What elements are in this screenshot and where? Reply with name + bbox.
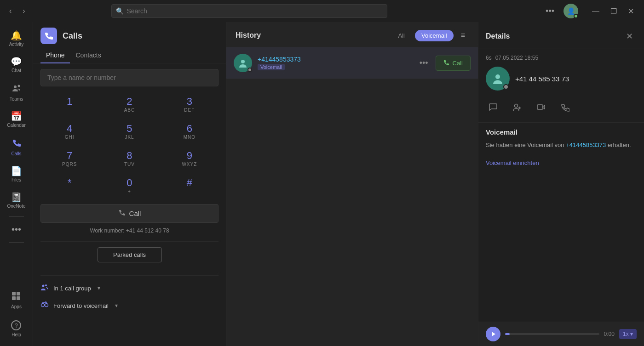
tab-phone[interactable]: Phone (40, 48, 70, 63)
sidebar-item-chat[interactable]: 💬 Chat (0, 52, 33, 78)
call-group-label: In 1 call group (53, 285, 91, 292)
details-meta: 6s 07.05.2022 18:55 (478, 49, 644, 67)
maximize-button[interactable]: ❐ (606, 5, 621, 17)
voicemail-badge: Voicemail (258, 64, 285, 70)
details-chat-button[interactable] (486, 100, 500, 117)
sidebar-item-activity[interactable]: 🔔 Activity (0, 26, 33, 51)
history-item[interactable]: +41445853373 Voicemail ••• (226, 47, 478, 79)
history-item-more-button[interactable]: ••• (416, 57, 432, 70)
minimize-button[interactable]: — (587, 5, 604, 17)
history-item-actions: ••• Call (416, 56, 471, 71)
close-button[interactable]: ✕ (623, 5, 638, 17)
user-avatar[interactable]: 👤 (564, 4, 578, 18)
main-layout: 🔔 Activity 💬 Chat Teams 📅 Calendar (0, 22, 644, 346)
apps-label: Apps (11, 304, 22, 309)
details-avatar-status (503, 84, 509, 90)
sidebar-item-apps[interactable]: Apps (7, 286, 25, 314)
calendar-icon: 📅 (11, 112, 22, 121)
dialpad-key-6[interactable]: 6 MNO (161, 119, 218, 144)
details-call-button[interactable] (558, 100, 572, 117)
history-item-info: +41445853373 Voicemail (258, 56, 410, 70)
speed-value: 1x (623, 331, 629, 337)
dialpad-key-star[interactable]: * (40, 173, 98, 199)
svg-point-10 (241, 60, 245, 63)
dialpad-key-9[interactable]: 9 WXYZ (161, 146, 218, 171)
sidebar-item-calendar[interactable]: 📅 Calendar (0, 107, 33, 132)
svg-point-7 (45, 284, 47, 286)
history-list: +41445853373 Voicemail ••• (226, 47, 478, 346)
speed-chevron-icon: ▾ (630, 331, 633, 337)
titlebar-nav: ‹ › (6, 5, 29, 17)
svg-point-6 (42, 285, 45, 287)
filter-all-button[interactable]: All (392, 30, 411, 41)
work-number: Work number: +41 44 512 40 78 (40, 227, 218, 234)
parked-calls-button[interactable]: Parked calls (98, 247, 162, 262)
voicemail-sender-number[interactable]: +41445853373 (566, 142, 606, 148)
sidebar-more-button[interactable]: ••• (7, 220, 26, 239)
files-icon: 📄 (11, 166, 22, 176)
calls-tabs: Phone Contacts (33, 46, 226, 63)
sidebar-item-label: Calendar (7, 123, 26, 128)
details-close-button[interactable]: ✕ (622, 29, 637, 43)
call-button-icon (118, 209, 126, 218)
history-item-call-button[interactable]: Call (436, 56, 471, 71)
dialpad-call-button[interactable]: Call (40, 204, 218, 223)
svg-point-1 (17, 85, 20, 87)
dialpad-key-4[interactable]: 4 GHI (40, 119, 98, 144)
forward-voicemail-icon (40, 301, 49, 311)
dialpad-key-5[interactable]: 5 JKL (100, 119, 158, 144)
section-divider (40, 241, 218, 242)
tab-contacts[interactable]: Contacts (70, 48, 106, 63)
svg-rect-13 (537, 105, 543, 109)
svg-point-11 (495, 74, 500, 79)
forward-voicemail-item[interactable]: Forward to voicemail ▾ (40, 297, 218, 314)
dialpad-key-8[interactable]: 8 TUV (100, 146, 158, 171)
section-divider2 (40, 275, 218, 276)
audio-progress-bar[interactable] (505, 333, 599, 335)
sidebar-item-label: Activity (9, 42, 24, 47)
dialpad-key-1[interactable]: 1 (40, 92, 98, 117)
calls-icon (12, 138, 22, 149)
calls-panel: Calls Phone Contacts 1 2 ABC (33, 22, 226, 346)
details-panel-header: Details ✕ (478, 22, 644, 49)
dialpad-key-3[interactable]: 3 DEF (161, 92, 218, 117)
history-item-status-dot (247, 68, 252, 72)
audio-play-button[interactable] (486, 327, 500, 341)
nav-forward-button[interactable]: › (19, 5, 29, 17)
details-add-contact-button[interactable] (510, 100, 524, 117)
call-icon (443, 59, 450, 67)
history-item-type: Voicemail (258, 64, 410, 70)
filter-options-icon[interactable]: ≡ (457, 29, 469, 41)
details-panel-title: Details (486, 32, 622, 40)
filter-voicemail-button[interactable]: Voicemail (415, 30, 454, 41)
call-button-label: Call (129, 210, 141, 217)
details-contact: +41 44 585 33 73 (478, 67, 644, 96)
details-panel: Details ✕ 6s 07.05.2022 18:55 +41 44 585… (478, 22, 644, 346)
sidebar-item-teams[interactable]: Teams (0, 79, 33, 106)
sidebar-item-onenote[interactable]: 📓 OneNote (0, 188, 33, 213)
details-video-button[interactable] (534, 100, 548, 117)
dialpad-key-0[interactable]: 0 + (100, 173, 158, 199)
dialpad-key-hash[interactable]: # (161, 173, 218, 199)
details-contact-phone: +41 44 585 33 73 (515, 75, 569, 83)
svg-rect-2 (12, 292, 16, 295)
more-options-button[interactable]: ••• (542, 5, 558, 18)
sidebar-item-files[interactable]: 📄 Files (0, 162, 33, 187)
nav-back-button[interactable]: ‹ (6, 5, 15, 17)
dialpad-key-2[interactable]: 2 ABC (100, 92, 158, 117)
call-group-item[interactable]: In 1 call group ▾ (40, 279, 218, 297)
search-input[interactable] (111, 4, 387, 18)
forward-voicemail-chevron: ▾ (115, 302, 118, 309)
titlebar-right: ••• 👤 — ❐ ✕ (542, 4, 638, 18)
details-action-buttons (478, 96, 644, 123)
dialpad-input[interactable] (40, 69, 218, 86)
history-filters: All Voicemail ≡ (392, 29, 469, 41)
audio-speed-button[interactable]: 1x ▾ (619, 329, 637, 339)
sidebar-item-calls[interactable]: Calls (0, 133, 33, 161)
history-header: History All Voicemail ≡ (226, 22, 478, 47)
sidebar-item-help[interactable]: ? Help (7, 316, 25, 342)
chat-icon: 💬 (11, 57, 22, 66)
voicemail-setup-link[interactable]: Voicemail einrichten (486, 159, 637, 166)
dialpad-key-7[interactable]: 7 PQRS (40, 146, 98, 171)
activity-icon: 🔔 (11, 31, 22, 40)
